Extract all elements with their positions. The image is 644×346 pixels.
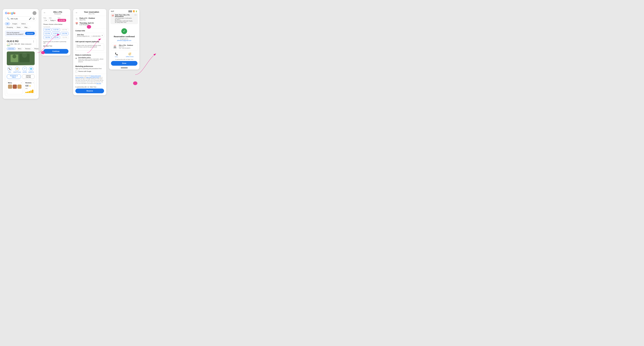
booking-note: Booking times are provided in partnershi… bbox=[42, 40, 70, 45]
confirmed-title: Reservation confirmed bbox=[111, 35, 138, 38]
time-615[interactable]: 6:15 PM bbox=[43, 32, 51, 35]
email-sent-text: Email sent to bbox=[111, 38, 138, 40]
filter-maps[interactable]: Map... bbox=[23, 26, 30, 29]
date-select[interactable]: Today ▾ bbox=[49, 19, 57, 22]
party-select[interactable]: 2 ▾ bbox=[43, 19, 48, 22]
search-input[interactable]: olio e piu bbox=[11, 18, 28, 20]
notif-time: now bbox=[134, 14, 137, 15]
reviews-arrow[interactable]: › bbox=[33, 82, 34, 84]
menu-title: Menu › bbox=[8, 82, 22, 84]
filter-shopping[interactable]: Shopping bbox=[5, 26, 14, 29]
svg-point-7 bbox=[133, 81, 137, 85]
menu-section: Menu › bbox=[7, 81, 23, 94]
contact-name: John Doe bbox=[77, 34, 100, 35]
marketing-title: Marketing preferences bbox=[75, 65, 104, 67]
biz-price: $50–100 bbox=[14, 43, 20, 45]
lens-icon[interactable]: ⬡ bbox=[33, 17, 35, 20]
search-bar[interactable]: 🔍 olio e piu 🎤 ⬡ bbox=[5, 16, 36, 21]
contact-arrow-icon: › bbox=[102, 34, 102, 36]
time-545[interactable]: 5:45 PM bbox=[52, 28, 60, 31]
filter-videos[interactable]: Videos bbox=[20, 22, 27, 25]
generate-button[interactable]: Generate bbox=[25, 32, 35, 35]
directions-action[interactable]: 🧭 DIRECTIONS bbox=[14, 67, 21, 73]
conf-actions: 📞 CALL 🧭 DIRECTIONS bbox=[109, 52, 140, 59]
share-label: SHARE bbox=[22, 71, 27, 73]
call-action-conf[interactable]: 📞 CALL bbox=[115, 52, 118, 57]
continue-button[interactable]: Continue bbox=[43, 49, 68, 54]
filter-news[interactable]: News bbox=[15, 26, 22, 29]
filter-images[interactable]: Images bbox=[11, 22, 19, 25]
share-action[interactable]: ↗ SHARE bbox=[22, 67, 27, 73]
bar-3 bbox=[29, 91, 30, 93]
biz-type: Italian restaurant bbox=[21, 43, 31, 45]
rating-star: ★ bbox=[7, 43, 8, 45]
see-more-link[interactable]: See more bbox=[96, 83, 101, 84]
tab-reviews[interactable]: Reviews bbox=[24, 47, 32, 50]
reserve-button[interactable]: Reserve bbox=[75, 89, 104, 93]
reserve-table-button[interactable]: RESERVE A TABLE bbox=[7, 74, 21, 79]
special-request-input[interactable] bbox=[75, 43, 104, 51]
tab-overview[interactable]: Overview bbox=[7, 47, 16, 50]
booking-time: Thu · 6:30 PM (EDT) bbox=[119, 47, 133, 49]
done-button[interactable]: Done bbox=[111, 61, 138, 66]
status-icons: ▌▌▌ 📶 🔋 bbox=[129, 10, 138, 12]
back-button[interactable]: ← bbox=[43, 11, 46, 14]
menu-images bbox=[8, 85, 22, 89]
restaurant-name-2: Olio e Più bbox=[47, 11, 68, 13]
time-645[interactable]: 6:45 PM bbox=[60, 32, 68, 35]
call-action[interactable]: 📞 CALL bbox=[8, 67, 12, 73]
mic-icon[interactable]: 🎤 bbox=[29, 17, 32, 20]
call-icon: 📞 bbox=[8, 67, 12, 71]
party-field: Party 2 ▾ bbox=[43, 17, 48, 22]
notif-title: Table Time | Olio e Più Reservations bbox=[115, 14, 133, 17]
time-630[interactable]: 6:30 PM bbox=[52, 32, 60, 35]
time-600: 6:00 PM bbox=[60, 28, 68, 31]
email-notification[interactable]: M Table Time | Olio e Più Reservations Y… bbox=[110, 13, 138, 24]
status-bar: 5:27 ▌▌▌ 📶 🔋 bbox=[109, 9, 140, 13]
contact-row[interactable]: John Doe johndoe12@gmail.com + 1 458-849… bbox=[75, 33, 104, 38]
card2-title: Olio e Più Restaurant bbox=[47, 11, 68, 15]
time-715[interactable]: 7:15 PM bbox=[52, 36, 60, 39]
menu-image-3 bbox=[18, 85, 22, 89]
website-label: WEBSITE bbox=[28, 71, 34, 73]
more-options-icon[interactable]: ⋮ bbox=[32, 40, 35, 43]
contact-details: johndoe12@gmail.com + 1 458-849-0506 bbox=[77, 35, 100, 37]
google-logo: Google bbox=[5, 11, 16, 15]
biz-header: OLIO E PIÙ ⋮ bbox=[7, 40, 35, 43]
filter-all[interactable]: All bbox=[5, 22, 10, 25]
notif-sub-1: Your Reservation Confirmation for Olio e… bbox=[115, 17, 133, 20]
google-header: Google bbox=[5, 11, 36, 15]
business-section: OLIO E PIÙ ⋮ ★ 4.6 (6K) · $50–100 · Ital… bbox=[5, 38, 36, 96]
booking-restaurant: Olio e Più · Outdoor bbox=[119, 44, 133, 46]
menu-arrow[interactable]: › bbox=[21, 82, 22, 84]
back-button-3[interactable]: ← bbox=[75, 11, 78, 14]
wifi-icon: 📶 bbox=[133, 10, 135, 12]
time-label: Time bbox=[58, 17, 66, 19]
partnership-row: In partnership with 🍽 Table Time bbox=[73, 85, 106, 89]
directions-icon-conf: 🧭 bbox=[128, 52, 131, 55]
reservation-title: Your reservation bbox=[79, 11, 104, 13]
time-selected[interactable]: 6:30 PM bbox=[58, 19, 66, 22]
tab-menu[interactable]: Menu bbox=[16, 47, 23, 50]
date-block: APR 21 bbox=[112, 44, 118, 49]
card2-header: ← Olio e Più Restaurant bbox=[42, 9, 70, 16]
tabletime-logo-2: 🍽 Table Time bbox=[42, 45, 70, 49]
cancel-body: If you can't make it to your reservation… bbox=[78, 58, 104, 62]
search-icon: 🔍 bbox=[7, 17, 10, 20]
order-online-button[interactable]: ORDER ONLINE bbox=[22, 74, 35, 79]
terms-link-2[interactable]: Table Time's Terms of Use bbox=[86, 77, 99, 78]
call-label: CALL bbox=[8, 71, 11, 73]
directions-action-conf[interactable]: 🧭 DIRECTIONS bbox=[126, 52, 134, 57]
rwg-checkbox[interactable] bbox=[75, 70, 77, 72]
time-700[interactable]: 7:00 PM bbox=[43, 36, 51, 39]
ai-banner: Get an AI-powered overview for this sear… bbox=[5, 30, 36, 36]
website-action[interactable]: 🌐 WEBSITE bbox=[28, 67, 34, 73]
user-avatar[interactable] bbox=[32, 11, 36, 15]
time-530[interactable]: 5:30 PM bbox=[43, 28, 51, 31]
biz-meta: ★ 4.6 (6K) · $50–100 · Italian restauran… bbox=[7, 43, 35, 46]
rating-bars bbox=[26, 90, 34, 93]
reviews-section: Reviews › 4.6 ★ (6K) bbox=[24, 81, 35, 94]
directions-icon: 🧭 bbox=[15, 67, 19, 71]
reservation-subtitle: Olio e Più bbox=[79, 13, 104, 15]
tab-photos[interactable]: Photos bbox=[33, 47, 39, 50]
